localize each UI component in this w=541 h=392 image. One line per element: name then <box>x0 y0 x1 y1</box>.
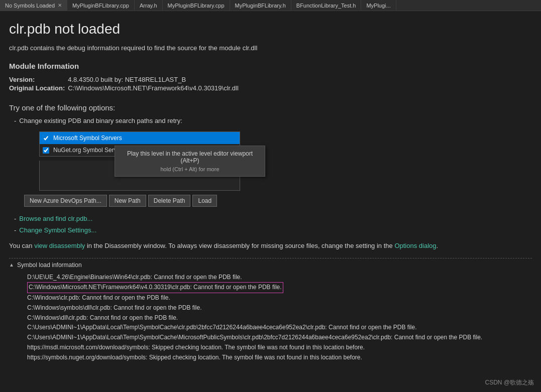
inline-text-after: in the Disassembly window. To always vie… <box>85 242 394 249</box>
location-label: Original Location: <box>9 84 68 92</box>
options-dialog-link[interactable]: Options dialog <box>394 242 436 249</box>
symbol-log-line: C:\Users\ADMINI~1\AppData\Local\Temp\Sym… <box>27 333 532 343</box>
links-section: Browse and find clr.pdb... Change Symbol… <box>9 215 532 234</box>
tab-5[interactable]: BFunctionLibrary_Test.h <box>291 0 362 11</box>
new-azure-devops-button[interactable]: New Azure DevOps Path... <box>24 195 107 207</box>
tab-no-symbols[interactable]: No Symbols Loaded ✕ <box>0 0 67 11</box>
description: clr.pdb contains the debug information r… <box>9 44 532 52</box>
link-browse[interactable]: Browse and find clr.pdb... <box>14 215 532 222</box>
tooltip-main: Play this level in the active level edit… <box>121 150 259 164</box>
module-info-table: Version: 4.8.4350.0 built by: NET48REL1L… <box>9 75 242 92</box>
symbol-log-line: C:\Windows\symbols\dll\clr.pdb: Cannot f… <box>27 303 532 313</box>
checkbox-microsoft-label: Microsoft Symbol Servers <box>53 135 122 142</box>
symbol-settings-link[interactable]: Change Symbol Settings... <box>19 226 96 234</box>
symbol-log-line: C:\Users\ADMINI~1\AppData\Local\Temp\Sym… <box>27 323 532 333</box>
symbol-log: D:\UE\UE_4.26\Engine\Binaries\Win64\clr.… <box>27 273 532 363</box>
delete-path-button[interactable]: Delete Path <box>148 195 191 207</box>
symbol-log-highlighted: C:\Windows\Microsoft.NET\Framework64\v4.… <box>27 282 283 293</box>
symbol-log-line: https://symbols.nuget.org/download/symbo… <box>27 353 532 363</box>
tooltip-hint: hold (Ctrl + Alt) for more <box>121 166 259 172</box>
tab-bar: No Symbols Loaded ✕ MyPluginBFLibrary.cp… <box>0 0 541 11</box>
checkbox-nuget-label: NuGet.org Symbol Server <box>53 147 122 154</box>
change-paths-item: Change existing PDB and binary search pa… <box>14 117 532 128</box>
options-title: Try one of the following options: <box>9 103 532 112</box>
tab-3[interactable]: MyPluginBFLibrary.cpp <box>163 0 230 11</box>
inline-text-section: You can view disassembly in the Disassem… <box>9 241 532 251</box>
inline-text-before: You can <box>9 242 34 249</box>
main-content: clr.pdb not loaded clr.pdb contains the … <box>0 11 541 373</box>
tooltip-box: Play this level in the active level edit… <box>115 146 265 177</box>
version-value: 4.8.4350.0 built by: NET48REL1LAST_B <box>68 75 242 84</box>
module-info-title: Module Information <box>9 62 532 70</box>
inline-text-end: . <box>437 242 439 249</box>
version-label: Version: <box>9 75 68 84</box>
symbol-load-header[interactable]: ▲ Symbol load information <box>9 262 532 269</box>
symbol-load-section: ▲ Symbol load information D:\UE\UE_4.26\… <box>9 258 532 363</box>
tab-6[interactable]: MyPlugi... <box>361 0 396 11</box>
view-disassembly-link[interactable]: view disassembly <box>34 242 85 249</box>
symbol-log-line: https://msdl.microsoft.com/download/symb… <box>27 343 532 353</box>
symbol-log-line: C:\Windows\dll\clr.pdb: Cannot find or o… <box>27 313 532 323</box>
module-info: Module Information Version: 4.8.4350.0 b… <box>9 62 532 92</box>
checkbox-area: Microsoft Symbol Servers NuGet.org Symbo… <box>24 132 255 191</box>
load-button[interactable]: Load <box>192 195 217 207</box>
symbol-log-line: C:\Windows\clr.pdb: Cannot find or open … <box>27 293 532 303</box>
page-title: clr.pdb not loaded <box>9 21 532 37</box>
tab-1[interactable]: MyPluginBFLibrary.cpp <box>67 0 135 11</box>
options-section: Try one of the following options: Change… <box>9 103 532 207</box>
symbol-load-title: Symbol load information <box>17 262 82 269</box>
checkbox-microsoft-input[interactable] <box>43 135 49 142</box>
change-paths-label: Change existing PDB and binary search pa… <box>19 117 182 124</box>
checkbox-nuget-input[interactable] <box>43 147 49 154</box>
new-path-button[interactable]: New Path <box>109 195 146 207</box>
location-value: C:\Windows\Microsoft.NET\Framework64\v4.… <box>68 84 242 92</box>
checkbox-microsoft[interactable]: Microsoft Symbol Servers <box>40 132 240 144</box>
symbol-log-line: C:\Windows\Microsoft.NET\Framework64\v4.… <box>27 282 532 293</box>
browse-link[interactable]: Browse and find clr.pdb... <box>19 215 92 222</box>
tab-2[interactable]: Array.h <box>135 0 163 11</box>
link-symbol-settings[interactable]: Change Symbol Settings... <box>14 226 532 234</box>
button-row: New Azure DevOps Path... New Path Delete… <box>24 195 532 207</box>
symbol-load-arrow-icon: ▲ <box>9 262 14 268</box>
watermark: CSDN @歌德之殇 <box>485 378 534 387</box>
symbol-log-line: D:\UE\UE_4.26\Engine\Binaries\Win64\clr.… <box>27 273 532 283</box>
tab-4[interactable]: MyPluginBFLibrary.h <box>230 0 291 11</box>
